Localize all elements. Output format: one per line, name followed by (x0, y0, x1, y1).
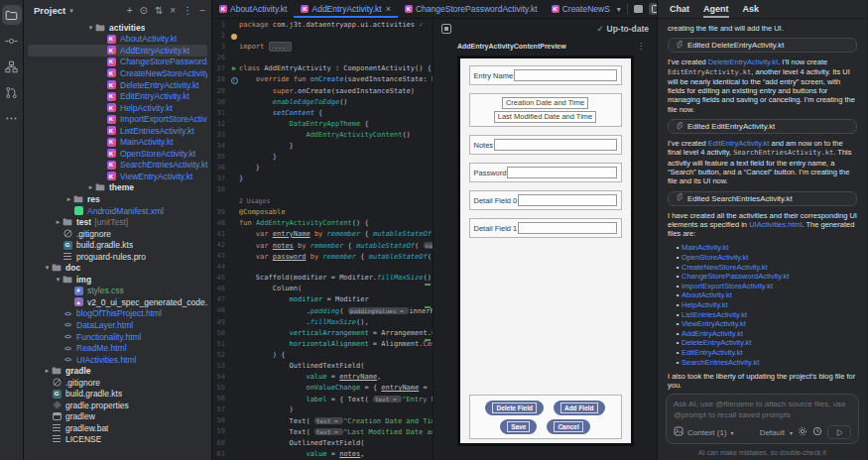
tree-item-build-gradle-kts[interactable]: Gbuild.gradle.kts (28, 389, 207, 401)
code-line[interactable]: 40fun AddEntryActivityContent() { (212, 218, 433, 229)
tree-item-functionality-html[interactable]: <>Functionality.html (28, 331, 207, 343)
tree-item-aboutactivity-kt[interactable]: KAboutActivity.kt (28, 34, 207, 46)
tree-item-activities[interactable]: ▾activities (28, 22, 207, 34)
code-editor[interactable]: 1package com.j3t.dataentryapp.ui.activit… (212, 19, 433, 460)
code-line[interactable]: 55 onValueChange = { entryName = it (212, 383, 433, 394)
code-line[interactable]: 61 value = notes, (212, 449, 433, 460)
chevron-down-icon[interactable]: ▾ (86, 24, 95, 32)
chevron-right-icon[interactable]: ▸ (54, 218, 62, 226)
tree-item-deleteentryactivity-kt[interactable]: KDeleteEntryActivity.kt (28, 79, 207, 91)
tree-item-datalayer-html[interactable]: <>DataLayer.html (28, 319, 207, 331)
tree-item-mainactivity-kt[interactable]: KMainActivity.kt (28, 136, 207, 148)
code-line[interactable]: 57 ) (212, 404, 433, 415)
tree-item-styles-css[interactable]: #styles.css (28, 286, 207, 297)
file-link[interactable]: SearchEntriesActivity.kt (682, 358, 759, 368)
edited-file-card[interactable]: Edited SearchEntriesActivity.kt (668, 191, 857, 206)
code-line[interactable]: 2 Usages (212, 196, 433, 207)
tree-item-changestorepasswordactivity-kt[interactable]: KChangeStorePasswordActivity.kt (28, 57, 207, 68)
code-line[interactable]: 2 (212, 31, 433, 42)
tree-item--gitignore[interactable]: .gitignore (28, 228, 207, 240)
code-line[interactable]: 46 Column( (212, 284, 433, 294)
override-gutter-icon[interactable]: ↑ (229, 74, 239, 85)
tree-item-readme-html[interactable]: <>ReadMe.html (28, 342, 207, 354)
file-link[interactable]: UIActivities.html (749, 220, 802, 229)
code-line[interactable]: 43 var password by remember { mutableSta… (212, 251, 433, 262)
tree-item-img[interactable]: ▾img (28, 274, 207, 286)
tree-item-searchentriesactivity-kt[interactable]: KSearchEntriesActivity.kt (28, 160, 207, 172)
chevron-right-icon[interactable]: ▸ (64, 195, 73, 203)
file-link[interactable]: EditEntryActivity.kt (682, 348, 743, 358)
hide-panel-icon[interactable]: − (199, 6, 205, 16)
editor-tab-addentryactivity.kt[interactable]: KAddEntryActivity.kt× (294, 0, 398, 18)
tree-item-importexportstoreactivity-kt[interactable]: KImportExportStoreActivity.kt (28, 113, 207, 125)
code-line[interactable]: 36 } (212, 163, 433, 173)
editor-tab-aboutactivity.kt[interactable]: KAboutActivity.kt (212, 0, 294, 18)
code-line[interactable]: 3import ... (212, 42, 433, 53)
tree-item-theme[interactable]: ▸theme (28, 182, 207, 194)
tree-item-v2-0-ui-spec-generated-code-png[interactable]: ▴v2_0_ui_spec_generated_code.png (28, 296, 207, 308)
tree-item-gradlew[interactable]: gradlew (28, 411, 207, 423)
preview-options-kebab-icon[interactable]: ⋮ (637, 42, 645, 51)
code-line[interactable]: 48 .padding( paddingValues = innerPa (212, 305, 433, 316)
tree-item-test[interactable]: ▸test[unitTest] (28, 216, 207, 228)
edited-file-card[interactable]: Edited EditEntryActivity.kt (668, 119, 857, 134)
chat-input[interactable]: Ask AI, use @filename to attach source f… (666, 394, 859, 444)
code-line[interactable]: 39@Composable (212, 207, 433, 218)
tree-item-blogofthisproject-html[interactable]: <>blogOfThisProject.html (28, 308, 207, 320)
code-line[interactable]: 44 (212, 262, 433, 273)
tree-item-helpactivity-kt[interactable]: KHelpActivity.kt (28, 102, 207, 114)
project-tool-icon[interactable] (2, 5, 22, 25)
file-link[interactable]: CreateNewStoreActivity.kt (682, 263, 768, 273)
more-tools-icon[interactable] (2, 108, 22, 128)
code-line[interactable]: 33 AddEntryActivityContent() (212, 130, 433, 141)
chevron-down-icon[interactable]: ▾ (43, 264, 52, 272)
file-link[interactable]: HelpActivity.kt (682, 300, 728, 310)
tree-item-androidmanifest-xml[interactable]: AndroidManifest.xml (28, 205, 207, 217)
code-line[interactable]: 31 setContent { (212, 108, 433, 119)
context-selector[interactable]: Context (1) (687, 428, 727, 437)
add-context-image-icon[interactable] (674, 426, 683, 438)
build-refresh-icon[interactable] (441, 24, 451, 34)
model-selector[interactable]: Default (760, 428, 785, 437)
options-kebab-icon[interactable]: ⋮ (183, 6, 192, 16)
settings-gear-icon[interactable] (798, 426, 807, 438)
intention-bulb-icon[interactable] (229, 31, 239, 42)
file-link[interactable]: MainActivity.kt (682, 243, 728, 253)
tab-list-chevron-icon[interactable]: ▾ (617, 5, 621, 14)
run-gutter-icon[interactable]: ▶ (229, 63, 239, 74)
code-line[interactable]: 53 OutlinedTextField( (212, 361, 433, 372)
send-button[interactable] (827, 425, 851, 439)
code-line[interactable]: 54 value = entryName, (212, 372, 433, 383)
ai-tab-agent[interactable]: Agent (703, 0, 729, 18)
file-link[interactable]: ChangeStorePasswordActivity.kt (682, 272, 789, 282)
file-link[interactable]: ImportExportStoreActivity.kt (682, 282, 773, 291)
file-link[interactable]: DeleteEntryActivity.kt (708, 58, 778, 66)
tree-item-doc[interactable]: ▾doc (28, 262, 207, 274)
add-icon[interactable]: + (127, 6, 133, 16)
code-line[interactable]: 60 OutlinedTextField( (212, 438, 433, 449)
editor-tab-changestorepasswordactivity.kt[interactable]: KChangeStorePasswordActivity.kt (398, 0, 545, 18)
chevron-right-icon[interactable]: ▸ (86, 183, 95, 191)
code-line[interactable]: 34 } (212, 141, 433, 152)
code-line[interactable]: 49 .fillMaxSize(), (212, 317, 433, 328)
code-line[interactable]: 51 horizontalAlignment = Alignment.Cen (212, 339, 433, 350)
code-line[interactable]: 35 } (212, 152, 433, 163)
commit-tool-icon[interactable] (2, 31, 22, 51)
code-line[interactable]: 38 (212, 184, 433, 195)
collapse-all-icon[interactable]: × (170, 6, 176, 16)
code-line[interactable]: 42 var notes by remember { mutableStateO… (212, 240, 433, 251)
tree-item-gradle[interactable]: ▸gradle (28, 365, 207, 377)
expand-all-icon[interactable]: ⇅ (155, 6, 163, 16)
file-link[interactable]: OpenStoreActivity.kt (682, 253, 748, 263)
code-line[interactable]: 52 ) { (212, 350, 433, 361)
chevron-right-icon[interactable]: ▸ (43, 367, 52, 375)
code-line[interactable]: 26 (212, 53, 433, 63)
structure-tool-icon[interactable] (2, 57, 22, 76)
file-link[interactable]: ViewEntryActivity.kt (682, 319, 746, 329)
code-line[interactable]: 59 Text( text = "Last Modified Date and (212, 426, 433, 437)
tree-item-editentryactivity-kt[interactable]: KEditEntryActivity.kt (28, 90, 207, 102)
tree-item--gitignore[interactable]: .gitignore (28, 377, 207, 389)
file-link[interactable]: DeleteEntryActivity.kt (682, 338, 751, 348)
tree-item-res[interactable]: ▸res (28, 193, 207, 205)
code-line[interactable]: 50 verticalArrangement = Arrangement.Ce (212, 328, 433, 339)
